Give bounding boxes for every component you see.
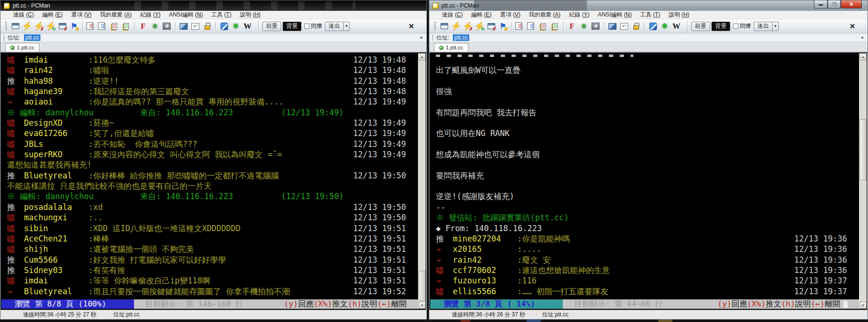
address-input[interactable]: ptt.cc xyxy=(24,34,40,41)
menu-item-2[interactable]: 選項 (V) xyxy=(67,11,95,19)
background-button[interactable]: 背景 xyxy=(283,22,301,31)
copy-color-icon[interactable] xyxy=(97,21,108,32)
reconnect-icon[interactable]: ⚡↻ xyxy=(45,21,56,32)
session-window-icon[interactable] xyxy=(439,21,450,32)
boo-comment-row: 噓rain42:噓啦12/13 19:48 xyxy=(1,65,418,75)
scroll-up-icon[interactable]: ▲ xyxy=(418,53,426,60)
terminal-scrollbar[interactable]: ▲ ▼ xyxy=(859,53,867,309)
fullscreen-icon[interactable]: ✚ xyxy=(590,21,601,32)
quick-connect-icon[interactable]: ⚡ xyxy=(450,21,461,32)
wikipedia-icon[interactable]: W xyxy=(671,21,682,32)
titlebar[interactable]: ptt.cc - PCMan xyxy=(0,0,426,11)
toolbar-close-icon[interactable]: ✕ xyxy=(849,22,855,31)
menu-item-6[interactable]: 工具 (T) xyxy=(636,11,664,19)
menu-item-5[interactable]: ANSI編輯 (N) xyxy=(593,11,636,19)
toolbar-close-icon[interactable]: ✕ xyxy=(408,22,414,31)
menu-item-4[interactable]: 紀錄 (Y) xyxy=(565,11,593,19)
quick-connect-icon[interactable]: ⚡ xyxy=(22,21,32,32)
menu-item-7[interactable]: 說明 (H) xyxy=(236,11,265,19)
menu-item-3[interactable]: 我的最愛 (A) xyxy=(525,11,565,19)
copy-icon[interactable] xyxy=(86,21,96,32)
ptt-flower-icon[interactable]: ✳ xyxy=(230,21,241,32)
send-dropdown-icon[interactable]: ▼ xyxy=(344,22,350,31)
address-dropdown-icon[interactable]: ▼ xyxy=(860,36,864,40)
blink-checkbox[interactable]: 閃爍 xyxy=(733,22,751,30)
ptt-flower-icon[interactable]: ✳ xyxy=(659,21,670,32)
scroll-up-icon[interactable]: ▲ xyxy=(860,53,867,60)
connected-icon xyxy=(10,46,15,50)
send-button[interactable]: 送出 xyxy=(754,22,773,31)
menu-item-7[interactable]: 說明 (H) xyxy=(664,11,694,19)
settings-icon[interactable]: ✳ xyxy=(578,21,589,32)
wikipedia-icon[interactable]: W xyxy=(242,21,253,32)
menu-item-3[interactable]: 我的最愛 (A) xyxy=(96,11,136,19)
blink-checkbox[interactable]: 閃爍 xyxy=(304,22,322,30)
pcman-logo-icon[interactable] xyxy=(647,21,658,32)
terminal-scrollbar[interactable]: ▲ ▼ xyxy=(418,53,426,309)
article-text: 想成為凱能神也可以參考這個 xyxy=(436,149,859,160)
char-table-icon[interactable]: #? xyxy=(190,21,201,32)
pcman-logo-icon[interactable] xyxy=(219,21,229,32)
add-bookmark-icon[interactable]: ⚑★ xyxy=(497,21,508,32)
send-dropdown-icon[interactable]: ▼ xyxy=(773,22,779,31)
maximize-icon[interactable]: ❐ xyxy=(828,0,841,8)
lock-icon[interactable] xyxy=(202,21,213,32)
comment-text: :.... xyxy=(517,244,794,254)
session-window-icon[interactable] xyxy=(10,21,21,32)
push-tag: 噓 xyxy=(7,55,24,65)
caption-buttons: ▬ ❐ ✕ xyxy=(814,0,862,8)
paste-icon[interactable] xyxy=(109,21,120,32)
menu-item-2[interactable]: 選項 (V) xyxy=(496,11,524,19)
disconnect-icon[interactable]: ⚡✗ xyxy=(33,21,44,32)
toolbar-separator xyxy=(604,22,604,31)
close-session-icon[interactable]: ✗ xyxy=(57,21,68,32)
tab-ptt[interactable]: 1.ptt.cc xyxy=(5,43,39,52)
copy-icon[interactable] xyxy=(514,21,525,32)
char-table-icon[interactable]: #? xyxy=(619,21,630,32)
paste-find-icon[interactable] xyxy=(550,21,560,32)
menu-item-0[interactable]: 連線 (C) xyxy=(438,11,467,19)
menu-item-5[interactable]: ANSI編輯 (N) xyxy=(165,11,207,19)
disconnect-icon[interactable]: ⚡✗ xyxy=(462,21,473,32)
terminal-screen[interactable]: 噓imdai:116怎麼廢文特多12/13 19:48噓rain42:噓啦12/… xyxy=(0,52,426,310)
foreground-button[interactable]: 前景 xyxy=(262,22,281,31)
menu-item-6[interactable]: 工具 (T) xyxy=(207,11,236,19)
close-icon[interactable]: ✕ xyxy=(841,0,862,8)
comment-text: :菸捲~ xyxy=(88,118,353,128)
reconnect-icon[interactable]: ⚡↻ xyxy=(474,21,485,32)
scrollbar-thumb[interactable] xyxy=(418,271,426,301)
menu-item-1[interactable]: 編輯 (E) xyxy=(467,11,496,19)
foreground-button[interactable]: 前景 xyxy=(691,22,710,31)
settings-icon[interactable]: ✳ xyxy=(150,21,160,32)
ansi-controls: 前景 背景 閃爍 送出▼ xyxy=(258,21,350,32)
lock-icon[interactable] xyxy=(631,21,641,32)
split-view-icon[interactable] xyxy=(607,21,618,32)
address-dropdown-icon[interactable]: ▼ xyxy=(419,36,423,40)
close-session-icon[interactable]: ✗ xyxy=(486,21,497,32)
menu-item-0[interactable]: 連線 (C) xyxy=(9,11,38,19)
address-input[interactable]: ptt.cc xyxy=(453,34,469,41)
font-icon[interactable]: F xyxy=(567,21,577,32)
font-icon[interactable]: F xyxy=(138,21,149,32)
send-button[interactable]: 送出 xyxy=(325,22,344,31)
scrollbar-thumb[interactable] xyxy=(860,119,867,180)
tab-ptt[interactable]: 1.ptt.cc xyxy=(434,43,468,52)
comment-timestamp: 12/13 19:37 xyxy=(794,286,859,297)
menu-item-1[interactable]: 編輯 (E) xyxy=(38,11,67,19)
titlebar[interactable]: ptt.cc - PCMan ▬ ❐ ✕ xyxy=(429,0,868,11)
add-bookmark-icon[interactable]: ⚑★ xyxy=(69,21,79,32)
paste-find-icon[interactable] xyxy=(121,21,132,32)
scroll-down-icon[interactable]: ▼ xyxy=(860,302,867,309)
menu-item-4[interactable]: 紀錄 (Y) xyxy=(136,11,165,19)
article-line: ※ 發信站: 批踢踢實業坊(ptt.cc) xyxy=(430,212,859,223)
minimize-icon[interactable]: ▬ xyxy=(814,0,828,8)
commenter-id: ellis5566 xyxy=(453,286,517,297)
menu-bar: 連線 (C)編輯 (E)選項 (V)我的最愛 (A)紀錄 (Y)ANSI編輯 (… xyxy=(429,11,868,19)
copy-color-icon[interactable] xyxy=(526,21,537,32)
scroll-down-icon[interactable]: ▼ xyxy=(418,302,426,309)
fullscreen-icon[interactable]: ✚ xyxy=(161,21,172,32)
paste-icon[interactable] xyxy=(538,21,549,32)
split-view-icon[interactable] xyxy=(178,21,189,32)
terminal-screen[interactable]: 出了颶風劍W可以一直疊很強有問題再問我吧 我去打報告也可以用在NG RANK想成… xyxy=(429,52,868,310)
background-button[interactable]: 背景 xyxy=(711,22,730,31)
